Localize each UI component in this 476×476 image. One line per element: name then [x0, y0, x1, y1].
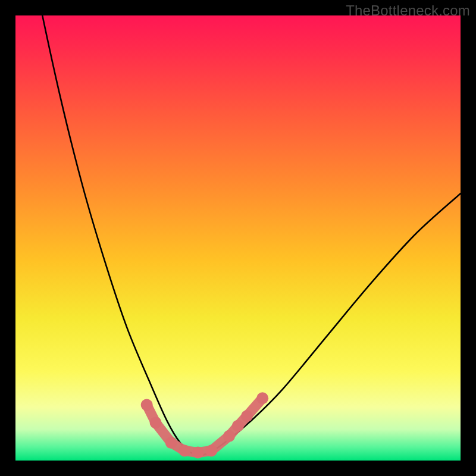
curve-layer	[15, 15, 461, 461]
marker-dot	[232, 420, 244, 432]
marker-dot	[256, 392, 268, 404]
marker-dot	[205, 445, 217, 457]
marker-ridge	[147, 398, 262, 452]
marker-dot	[178, 445, 190, 457]
marker-dot	[141, 399, 153, 411]
bottleneck-curve	[15, 15, 461, 455]
chart-frame: TheBottleneck.com	[0, 0, 476, 476]
marker-dot	[150, 416, 162, 428]
marker-dot	[192, 447, 204, 459]
plot-area	[15, 15, 461, 461]
markers	[141, 392, 268, 458]
marker-dot	[241, 410, 253, 422]
watermark-text: TheBottleneck.com	[346, 2, 470, 19]
marker-dot	[165, 437, 177, 449]
marker-dot	[223, 430, 235, 442]
